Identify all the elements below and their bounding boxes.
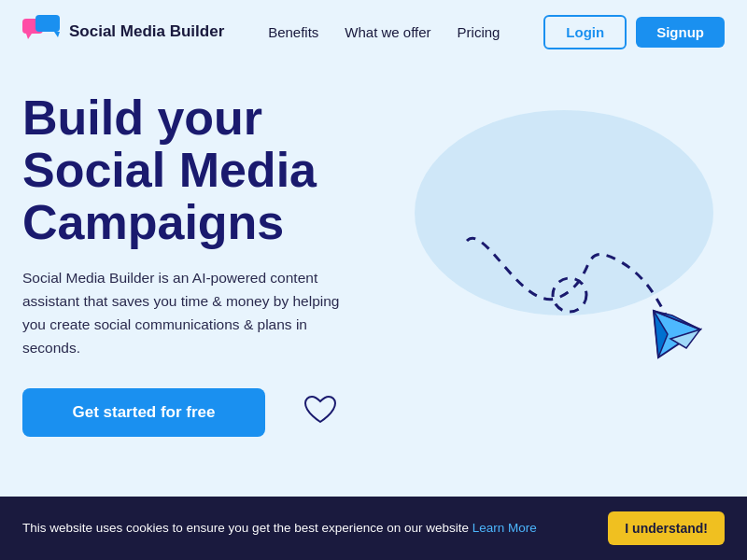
cookie-text: This website uses cookies to ensure you … bbox=[22, 519, 585, 538]
svg-marker-1 bbox=[26, 34, 32, 39]
cta-button[interactable]: Get started for free bbox=[22, 388, 265, 437]
brand-name: Social Media Builder bbox=[69, 22, 224, 41]
cookie-banner: This website uses cookies to ensure you … bbox=[0, 497, 747, 560]
svg-point-4 bbox=[553, 278, 586, 312]
nav-what-we-offer[interactable]: What we offer bbox=[345, 24, 430, 40]
cookie-accept-button[interactable]: I understand! bbox=[608, 511, 725, 545]
logo[interactable]: Social Media Builder bbox=[22, 15, 224, 49]
nav-pricing[interactable]: Pricing bbox=[458, 24, 500, 40]
hero-left: Build your Social Media Campaigns Social… bbox=[22, 91, 396, 483]
hero-subtitle: Social Media Builder is an AI-powered co… bbox=[22, 267, 359, 359]
svg-rect-2 bbox=[35, 15, 60, 32]
login-button[interactable]: Login bbox=[543, 15, 627, 49]
navbar: Social Media Builder Benefits What we of… bbox=[0, 0, 747, 63]
hero-right bbox=[396, 91, 725, 483]
svg-marker-3 bbox=[54, 32, 60, 37]
logo-icon bbox=[22, 15, 62, 49]
nav-links: Benefits What we offer Pricing bbox=[268, 24, 500, 40]
cookie-learn-more-link[interactable]: Learn More bbox=[472, 521, 537, 535]
signup-button[interactable]: Signup bbox=[636, 17, 725, 48]
nav-benefits[interactable]: Benefits bbox=[268, 24, 318, 40]
paper-plane-illustration bbox=[411, 166, 710, 409]
hero-section: Build your Social Media Campaigns Social… bbox=[0, 63, 747, 483]
hero-title: Build your Social Media Campaigns bbox=[22, 91, 396, 248]
nav-buttons: Login Signup bbox=[543, 15, 725, 49]
heart-icon bbox=[303, 394, 338, 426]
